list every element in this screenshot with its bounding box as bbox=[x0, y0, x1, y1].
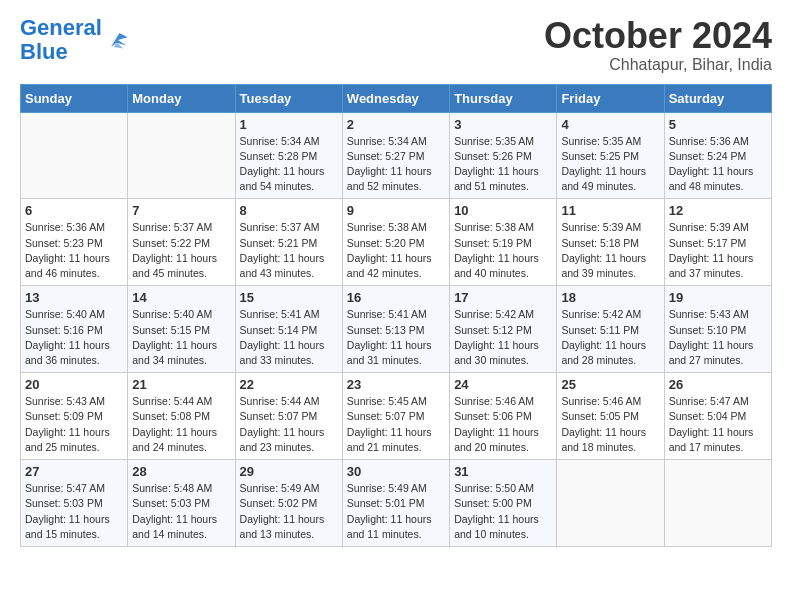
calendar-cell: 10Sunrise: 5:38 AMSunset: 5:19 PMDayligh… bbox=[450, 199, 557, 286]
day-number: 23 bbox=[347, 377, 445, 392]
day-info: Sunrise: 5:46 AMSunset: 5:06 PMDaylight:… bbox=[454, 394, 552, 455]
day-number: 22 bbox=[240, 377, 338, 392]
day-info: Sunrise: 5:48 AMSunset: 5:03 PMDaylight:… bbox=[132, 481, 230, 542]
day-info: Sunrise: 5:38 AMSunset: 5:19 PMDaylight:… bbox=[454, 220, 552, 281]
day-number: 18 bbox=[561, 290, 659, 305]
calendar-cell: 25Sunrise: 5:46 AMSunset: 5:05 PMDayligh… bbox=[557, 373, 664, 460]
calendar-cell: 14Sunrise: 5:40 AMSunset: 5:15 PMDayligh… bbox=[128, 286, 235, 373]
calendar-cell: 27Sunrise: 5:47 AMSunset: 5:03 PMDayligh… bbox=[21, 460, 128, 547]
day-number: 31 bbox=[454, 464, 552, 479]
day-number: 4 bbox=[561, 117, 659, 132]
logo-general: General bbox=[20, 15, 102, 40]
calendar-cell: 24Sunrise: 5:46 AMSunset: 5:06 PMDayligh… bbox=[450, 373, 557, 460]
day-info: Sunrise: 5:50 AMSunset: 5:00 PMDaylight:… bbox=[454, 481, 552, 542]
sub-title: Chhatapur, Bihar, India bbox=[544, 56, 772, 74]
calendar-body: 1Sunrise: 5:34 AMSunset: 5:28 PMDaylight… bbox=[21, 112, 772, 546]
calendar-cell bbox=[128, 112, 235, 199]
calendar-cell: 17Sunrise: 5:42 AMSunset: 5:12 PMDayligh… bbox=[450, 286, 557, 373]
calendar-cell: 20Sunrise: 5:43 AMSunset: 5:09 PMDayligh… bbox=[21, 373, 128, 460]
week-row-3: 13Sunrise: 5:40 AMSunset: 5:16 PMDayligh… bbox=[21, 286, 772, 373]
calendar-cell: 7Sunrise: 5:37 AMSunset: 5:22 PMDaylight… bbox=[128, 199, 235, 286]
day-number: 12 bbox=[669, 203, 767, 218]
calendar-cell bbox=[557, 460, 664, 547]
day-number: 26 bbox=[669, 377, 767, 392]
calendar-cell bbox=[21, 112, 128, 199]
calendar-cell: 29Sunrise: 5:49 AMSunset: 5:02 PMDayligh… bbox=[235, 460, 342, 547]
day-info: Sunrise: 5:40 AMSunset: 5:15 PMDaylight:… bbox=[132, 307, 230, 368]
day-info: Sunrise: 5:42 AMSunset: 5:11 PMDaylight:… bbox=[561, 307, 659, 368]
col-tuesday: Tuesday bbox=[235, 84, 342, 112]
svg-marker-0 bbox=[111, 33, 128, 47]
calendar-table: Sunday Monday Tuesday Wednesday Thursday… bbox=[20, 84, 772, 547]
calendar-cell: 13Sunrise: 5:40 AMSunset: 5:16 PMDayligh… bbox=[21, 286, 128, 373]
day-number: 8 bbox=[240, 203, 338, 218]
calendar-cell: 19Sunrise: 5:43 AMSunset: 5:10 PMDayligh… bbox=[664, 286, 771, 373]
day-info: Sunrise: 5:46 AMSunset: 5:05 PMDaylight:… bbox=[561, 394, 659, 455]
day-number: 9 bbox=[347, 203, 445, 218]
day-info: Sunrise: 5:37 AMSunset: 5:22 PMDaylight:… bbox=[132, 220, 230, 281]
day-info: Sunrise: 5:38 AMSunset: 5:20 PMDaylight:… bbox=[347, 220, 445, 281]
day-info: Sunrise: 5:35 AMSunset: 5:26 PMDaylight:… bbox=[454, 134, 552, 195]
day-info: Sunrise: 5:43 AMSunset: 5:09 PMDaylight:… bbox=[25, 394, 123, 455]
day-number: 6 bbox=[25, 203, 123, 218]
day-info: Sunrise: 5:44 AMSunset: 5:07 PMDaylight:… bbox=[240, 394, 338, 455]
day-number: 24 bbox=[454, 377, 552, 392]
col-thursday: Thursday bbox=[450, 84, 557, 112]
day-number: 27 bbox=[25, 464, 123, 479]
day-info: Sunrise: 5:43 AMSunset: 5:10 PMDaylight:… bbox=[669, 307, 767, 368]
col-friday: Friday bbox=[557, 84, 664, 112]
day-info: Sunrise: 5:36 AMSunset: 5:23 PMDaylight:… bbox=[25, 220, 123, 281]
logo-bird-icon bbox=[104, 26, 132, 54]
calendar-cell: 6Sunrise: 5:36 AMSunset: 5:23 PMDaylight… bbox=[21, 199, 128, 286]
day-number: 16 bbox=[347, 290, 445, 305]
day-number: 11 bbox=[561, 203, 659, 218]
calendar-cell: 4Sunrise: 5:35 AMSunset: 5:25 PMDaylight… bbox=[557, 112, 664, 199]
day-info: Sunrise: 5:49 AMSunset: 5:02 PMDaylight:… bbox=[240, 481, 338, 542]
day-info: Sunrise: 5:35 AMSunset: 5:25 PMDaylight:… bbox=[561, 134, 659, 195]
logo: General Blue bbox=[20, 16, 132, 64]
day-info: Sunrise: 5:34 AMSunset: 5:27 PMDaylight:… bbox=[347, 134, 445, 195]
day-number: 2 bbox=[347, 117, 445, 132]
day-number: 14 bbox=[132, 290, 230, 305]
day-info: Sunrise: 5:39 AMSunset: 5:18 PMDaylight:… bbox=[561, 220, 659, 281]
day-number: 10 bbox=[454, 203, 552, 218]
day-info: Sunrise: 5:45 AMSunset: 5:07 PMDaylight:… bbox=[347, 394, 445, 455]
week-row-2: 6Sunrise: 5:36 AMSunset: 5:23 PMDaylight… bbox=[21, 199, 772, 286]
week-row-5: 27Sunrise: 5:47 AMSunset: 5:03 PMDayligh… bbox=[21, 460, 772, 547]
day-number: 29 bbox=[240, 464, 338, 479]
day-number: 7 bbox=[132, 203, 230, 218]
calendar-cell: 15Sunrise: 5:41 AMSunset: 5:14 PMDayligh… bbox=[235, 286, 342, 373]
day-number: 20 bbox=[25, 377, 123, 392]
day-info: Sunrise: 5:37 AMSunset: 5:21 PMDaylight:… bbox=[240, 220, 338, 281]
calendar-cell: 12Sunrise: 5:39 AMSunset: 5:17 PMDayligh… bbox=[664, 199, 771, 286]
calendar-cell: 11Sunrise: 5:39 AMSunset: 5:18 PMDayligh… bbox=[557, 199, 664, 286]
calendar-cell: 31Sunrise: 5:50 AMSunset: 5:00 PMDayligh… bbox=[450, 460, 557, 547]
day-info: Sunrise: 5:40 AMSunset: 5:16 PMDaylight:… bbox=[25, 307, 123, 368]
calendar-cell: 26Sunrise: 5:47 AMSunset: 5:04 PMDayligh… bbox=[664, 373, 771, 460]
logo-blue: Blue bbox=[20, 39, 68, 64]
logo-text: General Blue bbox=[20, 16, 102, 64]
col-monday: Monday bbox=[128, 84, 235, 112]
day-number: 5 bbox=[669, 117, 767, 132]
day-info: Sunrise: 5:47 AMSunset: 5:03 PMDaylight:… bbox=[25, 481, 123, 542]
day-number: 13 bbox=[25, 290, 123, 305]
calendar-cell: 9Sunrise: 5:38 AMSunset: 5:20 PMDaylight… bbox=[342, 199, 449, 286]
calendar-cell bbox=[664, 460, 771, 547]
col-saturday: Saturday bbox=[664, 84, 771, 112]
header-row: Sunday Monday Tuesday Wednesday Thursday… bbox=[21, 84, 772, 112]
calendar-cell: 5Sunrise: 5:36 AMSunset: 5:24 PMDaylight… bbox=[664, 112, 771, 199]
calendar-cell: 23Sunrise: 5:45 AMSunset: 5:07 PMDayligh… bbox=[342, 373, 449, 460]
calendar-cell: 2Sunrise: 5:34 AMSunset: 5:27 PMDaylight… bbox=[342, 112, 449, 199]
day-info: Sunrise: 5:42 AMSunset: 5:12 PMDaylight:… bbox=[454, 307, 552, 368]
day-info: Sunrise: 5:41 AMSunset: 5:14 PMDaylight:… bbox=[240, 307, 338, 368]
calendar-cell: 22Sunrise: 5:44 AMSunset: 5:07 PMDayligh… bbox=[235, 373, 342, 460]
calendar-cell: 3Sunrise: 5:35 AMSunset: 5:26 PMDaylight… bbox=[450, 112, 557, 199]
day-info: Sunrise: 5:39 AMSunset: 5:17 PMDaylight:… bbox=[669, 220, 767, 281]
day-number: 19 bbox=[669, 290, 767, 305]
calendar-cell: 30Sunrise: 5:49 AMSunset: 5:01 PMDayligh… bbox=[342, 460, 449, 547]
calendar-cell: 21Sunrise: 5:44 AMSunset: 5:08 PMDayligh… bbox=[128, 373, 235, 460]
day-number: 30 bbox=[347, 464, 445, 479]
day-info: Sunrise: 5:49 AMSunset: 5:01 PMDaylight:… bbox=[347, 481, 445, 542]
day-info: Sunrise: 5:36 AMSunset: 5:24 PMDaylight:… bbox=[669, 134, 767, 195]
day-info: Sunrise: 5:44 AMSunset: 5:08 PMDaylight:… bbox=[132, 394, 230, 455]
